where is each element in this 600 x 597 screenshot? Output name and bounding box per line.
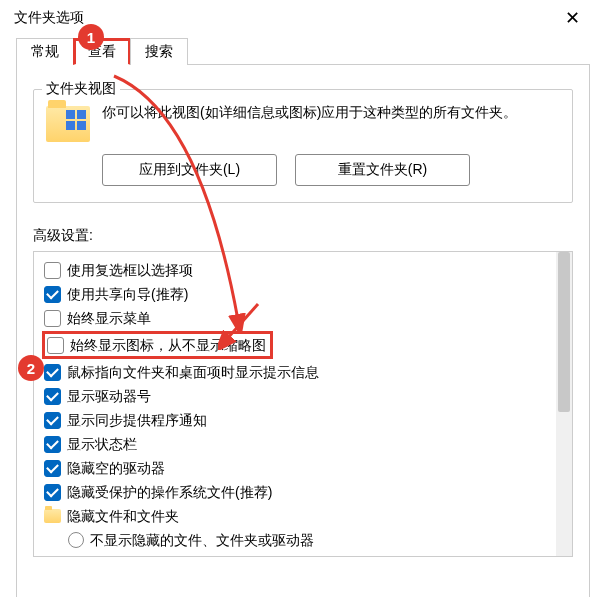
checkbox-icon[interactable] — [44, 484, 61, 501]
checkbox-icon[interactable] — [44, 286, 61, 303]
advanced-item[interactable]: 隐藏文件和文件夹 — [44, 504, 556, 528]
advanced-item[interactable]: 显示同步提供程序通知 — [44, 408, 556, 432]
folder-icon — [44, 509, 61, 523]
checkbox-icon[interactable] — [44, 412, 61, 429]
close-icon[interactable]: ✕ — [557, 5, 588, 31]
advanced-item[interactable]: 显示状态栏 — [44, 432, 556, 456]
annotation-arrow-2 — [218, 300, 278, 350]
annotation-arrow-1 — [110, 72, 260, 332]
annotation-step-1: 1 — [78, 24, 104, 50]
scrollbar-thumb[interactable] — [558, 252, 570, 412]
advanced-item[interactable]: 始终显示图标，从不显示缩略图 — [44, 330, 556, 360]
checkbox-icon[interactable] — [44, 310, 61, 327]
checkbox-icon[interactable] — [47, 337, 64, 354]
advanced-item[interactable]: 不显示隐藏的文件、文件夹或驱动器 — [44, 528, 556, 552]
advanced-item[interactable]: 显示驱动器号 — [44, 384, 556, 408]
advanced-item[interactable]: 显示隐藏的文件、文件夹和驱动器 — [44, 552, 556, 556]
checkbox-icon[interactable] — [44, 388, 61, 405]
checkbox-icon[interactable] — [44, 460, 61, 477]
window-title: 文件夹选项 — [14, 9, 84, 27]
advanced-item-label: 不显示隐藏的文件、文件夹或驱动器 — [90, 529, 314, 551]
annotation-step-2: 2 — [18, 355, 44, 381]
folder-views-group-title: 文件夹视图 — [42, 80, 120, 98]
tab-general[interactable]: 常规 — [16, 38, 74, 65]
advanced-item-label: 显示驱动器号 — [67, 385, 151, 407]
advanced-item-label: 隐藏文件和文件夹 — [67, 505, 179, 527]
checkbox-icon[interactable] — [44, 262, 61, 279]
scrollbar[interactable] — [556, 252, 572, 556]
advanced-item[interactable]: 隐藏空的驱动器 — [44, 456, 556, 480]
advanced-item-label: 显示隐藏的文件、文件夹和驱动器 — [90, 553, 300, 556]
advanced-item[interactable]: 鼠标指向文件夹和桌面项时显示提示信息 — [44, 360, 556, 384]
tab-strip: 常规 查看 搜索 — [16, 38, 600, 65]
checkbox-icon[interactable] — [44, 436, 61, 453]
advanced-item-label: 隐藏空的驱动器 — [67, 457, 165, 479]
advanced-item-label: 隐藏受保护的操作系统文件(推荐) — [67, 481, 272, 503]
advanced-item-label: 显示状态栏 — [67, 433, 137, 455]
checkbox-icon[interactable] — [44, 364, 61, 381]
folder-icon — [46, 106, 90, 142]
tab-panel-view: 文件夹视图 你可以将此视图(如详细信息或图标)应用于这种类型的所有文件夹。 应用… — [16, 64, 590, 597]
tab-search[interactable]: 搜索 — [130, 38, 188, 65]
advanced-item-label: 显示同步提供程序通知 — [67, 409, 207, 431]
radio-icon[interactable] — [68, 532, 84, 548]
reset-folders-button[interactable]: 重置文件夹(R) — [295, 154, 470, 186]
advanced-item[interactable]: 隐藏受保护的操作系统文件(推荐) — [44, 480, 556, 504]
advanced-item-label: 鼠标指向文件夹和桌面项时显示提示信息 — [67, 361, 319, 383]
